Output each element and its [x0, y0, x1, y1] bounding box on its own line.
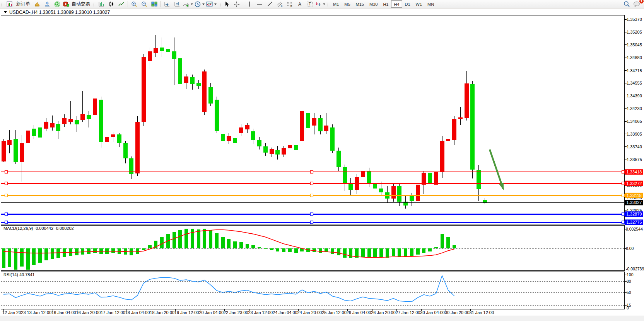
time-tick-label[interactable]: 16 Jan 04:00	[51, 310, 76, 315]
toolbar-grip[interactable]	[93, 2, 95, 7]
time-tick-label[interactable]: 18 Jan 20:00	[150, 310, 174, 315]
time-tick-label[interactable]: 24 Jan 04:00	[273, 310, 297, 315]
line-handle[interactable]	[311, 213, 313, 216]
candle	[38, 127, 42, 138]
trendline-tool-button[interactable]	[265, 0, 275, 8]
equidistant-channel-tool-button[interactable]: E	[275, 0, 285, 8]
time-tick-label[interactable]: 30 Jan 04:00	[420, 310, 445, 315]
timeframe-button-H1[interactable]: H1	[380, 0, 391, 8]
time-tick-label[interactable]: 24 Jan 20:00	[297, 310, 322, 315]
community-button[interactable]	[42, 0, 52, 8]
candle	[410, 196, 414, 201]
line-handle[interactable]	[5, 194, 8, 197]
cursor-tool-button[interactable]	[222, 0, 232, 8]
auto-scroll-button[interactable]	[162, 0, 172, 8]
line-handle[interactable]	[311, 194, 313, 197]
line-handle[interactable]	[5, 171, 8, 173]
add-indicator-icon	[183, 1, 189, 7]
timeframe-button-M15[interactable]: M15	[353, 0, 367, 8]
time-tick-label[interactable]: 23 Jan 12:00	[248, 310, 273, 315]
line-handle[interactable]	[5, 213, 8, 216]
time-tick-label[interactable]: 18 Jan 04:00	[125, 310, 150, 315]
horizontal-line-tool-button[interactable]	[255, 0, 265, 8]
notifications-button[interactable]: 1	[632, 0, 642, 8]
periods-button[interactable]	[194, 0, 205, 8]
macd-histogram-bar	[191, 229, 194, 248]
time-tick-label[interactable]: 22 Jan 23:00	[224, 310, 248, 315]
macd-histogram-bar	[337, 248, 340, 255]
time-tick-label[interactable]: 25 Jan 12:00	[322, 310, 347, 315]
candle	[221, 134, 225, 141]
time-tick-label[interactable]: 12 Jan 2023	[2, 310, 26, 315]
zoom-out-button[interactable]	[139, 0, 149, 8]
time-tick-label[interactable]: 27 Jan 12:00	[396, 310, 420, 315]
line-handle[interactable]	[311, 171, 313, 173]
macd-histogram-bar	[227, 239, 231, 248]
indicators-button[interactable]	[182, 0, 194, 8]
text-label-tool-button[interactable]: T	[305, 0, 315, 8]
time-tick-label[interactable]: 16 Jan 20:00	[76, 310, 101, 315]
market-button[interactable]	[32, 0, 42, 8]
toolbar-grip[interactable]	[1, 2, 3, 7]
clock-icon	[195, 1, 201, 7]
candle	[135, 122, 140, 173]
time-tick-label[interactable]: 26 Jan 20:00	[371, 310, 396, 315]
signals-button[interactable]	[52, 0, 62, 8]
line-handle[interactable]	[622, 194, 625, 197]
time-tick-label[interactable]: 17 Jan 12:00	[101, 310, 125, 315]
line-handle[interactable]	[622, 213, 625, 216]
chart-canvas[interactable]: 1.353701.352051.350451.348801.347151.345…	[0, 0, 644, 321]
line-handle[interactable]	[311, 221, 313, 224]
templates-button[interactable]	[205, 0, 217, 8]
timeframe-button-M1[interactable]: M1	[330, 0, 342, 8]
line-handle[interactable]	[5, 182, 8, 185]
macd-histogram-bar	[26, 248, 30, 270]
timeframe-button-MN[interactable]: MN	[425, 0, 437, 8]
toolbar-grip[interactable]	[327, 2, 329, 7]
chart-shift-button[interactable]	[172, 0, 182, 8]
crosshair-tool-button[interactable]	[232, 0, 242, 8]
macd-histogram-bar	[136, 248, 139, 254]
time-tick-label[interactable]: 31 Jan 12:00	[469, 310, 494, 315]
fibonacci-tool-button[interactable]: F	[285, 0, 295, 8]
bar-chart-mode-button[interactable]	[96, 0, 106, 8]
candlestick-mode-button[interactable]	[106, 0, 116, 8]
line-handle[interactable]	[311, 182, 313, 185]
macd-histogram-bar	[361, 248, 365, 257]
time-tick-label[interactable]: 20 Jan 04:00	[199, 310, 224, 315]
candle	[403, 202, 408, 206]
line-chart-mode-button[interactable]	[116, 0, 126, 8]
new-order-button[interactable]: 新订单	[14, 0, 32, 8]
time-tick-label[interactable]: 19 Jan 12:00	[174, 310, 199, 315]
line-handle[interactable]	[622, 182, 625, 185]
line-handle[interactable]	[5, 221, 8, 224]
collapse-arrow-icon[interactable]	[4, 11, 7, 13]
new-chart-button[interactable]	[4, 0, 14, 8]
time-tick-label[interactable]: 13 Jan 12:00	[27, 310, 52, 315]
arrows-tool-button[interactable]	[315, 0, 326, 8]
autotrading-button[interactable]: 自动交易	[62, 0, 92, 8]
channel-icon: E	[277, 1, 283, 7]
timeframe-button-H4[interactable]: H4	[391, 0, 402, 8]
timeframe-button-D1[interactable]: D1	[402, 0, 413, 8]
price-tick-label: 1.34715	[627, 68, 642, 73]
zoom-in-button[interactable]	[129, 0, 139, 8]
timeframe-button-W1[interactable]: W1	[413, 0, 425, 8]
time-tick-label[interactable]: 30 Jan 20:00	[445, 310, 470, 315]
line-handle[interactable]	[622, 171, 625, 173]
tile-windows-button[interactable]	[149, 0, 159, 8]
time-tick-label[interactable]: 26 Jan 04:00	[347, 310, 371, 315]
macd-histogram-bar	[367, 248, 371, 257]
candle	[14, 139, 18, 162]
vertical-line-tool-button[interactable]	[244, 0, 255, 8]
line-handle[interactable]	[622, 221, 625, 224]
search-button[interactable]	[622, 0, 632, 8]
candle	[318, 118, 323, 131]
svg-text:A: A	[298, 2, 301, 7]
text-tool-button[interactable]: A	[295, 0, 305, 8]
chart-titlebar[interactable]: USDCAD-,H4 1.33051 1.33089 1.33010 1.330…	[1, 9, 545, 15]
timeframe-button-M30[interactable]: M30	[367, 0, 380, 8]
toolbar-grip[interactable]	[219, 2, 220, 7]
macd-histogram-bar	[410, 248, 413, 256]
timeframe-button-M5[interactable]: M5	[342, 0, 353, 8]
